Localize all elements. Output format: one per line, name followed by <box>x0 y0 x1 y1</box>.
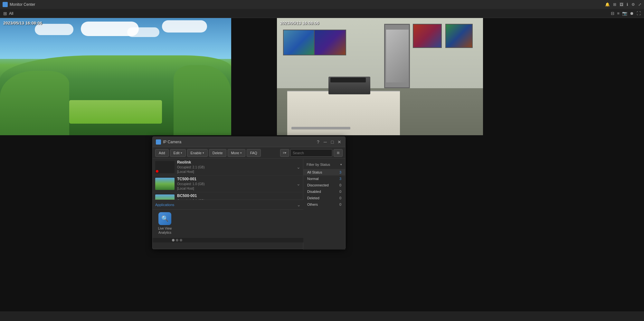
filter-label-others: Others <box>307 203 318 206</box>
scrollbar-area <box>153 237 303 242</box>
cam-info-reolink: Reolink Occupied: 2.1 (GB) [Local Host] <box>177 160 297 174</box>
dialog-title: IP Camera <box>163 140 316 144</box>
applications-label: Applications <box>155 203 297 207</box>
camera-view-1[interactable]: 2023/05/13 16:08:06 <box>0 18 231 135</box>
cam-name-reolink: Reolink <box>177 160 297 165</box>
page-indicator-3 <box>180 239 182 241</box>
page-indicator-2 <box>176 239 178 241</box>
picture-icon[interactable]: 🖼 <box>620 2 623 7</box>
all-label: All <box>9 11 13 16</box>
dialog-icon <box>156 139 161 145</box>
filter-row-others[interactable]: Others 0 <box>303 201 345 208</box>
maximize-button[interactable]: □ <box>330 139 335 145</box>
top-bar-right-icons: 🔔 ⊞ 🖼 ℹ ⚙ ⤢ <box>605 2 641 7</box>
second-bar: ⊞ All ⊟ ≡ 📷 ⏺ ⛶ <box>0 9 644 18</box>
filter-label-deleted: Deleted <box>307 196 319 200</box>
cam-name-bc500: BC500-001 <box>177 194 297 198</box>
app-icon <box>3 2 8 7</box>
camera-view-2[interactable]: 2023/05/13 16:08:06 <box>277 18 483 135</box>
filter-count-disabled: 0 <box>339 190 341 194</box>
help-button[interactable]: ? <box>316 139 321 145</box>
toolbar-search: ≡▾ ⊞ <box>280 149 343 157</box>
filter-label-disabled: Disabled <box>307 190 321 194</box>
filter-label-disconnected: Disconnected <box>307 183 329 187</box>
cam-expand-tc500[interactable]: ⌄ <box>297 181 300 186</box>
grid-view-button[interactable]: ⊞ <box>334 149 343 157</box>
filter-label-normal: Normal <box>307 177 318 181</box>
info-icon[interactable]: ℹ <box>627 2 628 7</box>
expand-icon[interactable]: ⤢ <box>638 2 641 7</box>
close-button[interactable]: ✕ <box>337 139 342 145</box>
cam1-timestamp: 2023/05/13 16:08:06 <box>3 21 42 25</box>
search-input[interactable] <box>290 149 332 157</box>
applications-header[interactable]: Applications ⌄ <box>153 200 303 210</box>
app-title: Monitor Center <box>10 2 35 7</box>
minimize-button[interactable]: ─ <box>323 139 328 145</box>
view-toggle-icon[interactable]: ⊟ <box>611 11 614 16</box>
cam-details-reolink: Occupied: 2.1 (GB) [Local Host] <box>177 165 297 174</box>
filter-row-normal[interactable]: Normal 3 <box>303 175 345 182</box>
filter-label-all: All Status <box>307 170 322 174</box>
camera-row-tc500[interactable]: TC500-001 Occupied: 1.0 (GB) [Local Host… <box>153 175 303 192</box>
applications-section: Applications ⌄ 🔍 Live ViewAnalytics <box>153 200 303 237</box>
record-indicator-reolink <box>156 170 158 173</box>
list-view-button[interactable]: ≡▾ <box>280 149 289 157</box>
filter-row-disconnected[interactable]: Disconnected 0 <box>303 182 345 188</box>
app-item-analytics[interactable]: 🔍 Live ViewAnalytics <box>155 212 175 235</box>
record-icon[interactable]: ⏺ <box>630 11 634 16</box>
cam2-timestamp: 2023/05/13 16:08:06 <box>280 21 319 25</box>
filter-panel: Filter by Status ▾ All Status 3 Normal 3… <box>303 159 345 250</box>
filter-count-disconnected: 0 <box>339 183 341 187</box>
window-controls: ? ─ □ ✕ <box>316 139 342 145</box>
applications-expand-icon: ⌄ <box>297 202 301 207</box>
cam-info-tc500: TC500-001 Occupied: 1.0 (GB) [Local Host… <box>177 177 297 191</box>
delete-button[interactable]: Delete <box>209 149 226 157</box>
fullscreen-icon[interactable]: ⛶ <box>637 11 641 16</box>
grid-icon: ⊞ <box>3 11 7 16</box>
cam-thumb-tc500 <box>155 178 175 190</box>
more-button[interactable]: More ▾ <box>228 149 245 157</box>
analytics-app-label: Live ViewAnalytics <box>158 226 172 235</box>
filter-count-others: 0 <box>339 203 341 206</box>
settings-icon[interactable]: ⚙ <box>631 2 635 7</box>
ip-camera-dialog: IP Camera ? ─ □ ✕ Add Edit ▾ Enable ▾ De… <box>152 137 346 249</box>
bottom-strip <box>0 311 644 321</box>
cam-name-tc500: TC500-001 <box>177 177 297 181</box>
filter-title[interactable]: Filter by Status ▾ <box>303 161 345 169</box>
analytics-app-icon: 🔍 <box>158 212 171 225</box>
dialog-titlebar: IP Camera ? ─ □ ✕ <box>153 137 345 147</box>
filter-count-all: 3 <box>339 170 341 174</box>
filter-row-all-status[interactable]: All Status 3 <box>303 169 345 175</box>
top-bar: Monitor Center 🔔 ⊞ 🖼 ℹ ⚙ ⤢ <box>0 0 644 9</box>
second-bar-right-controls: ⊟ ≡ 📷 ⏺ ⛶ <box>611 11 641 16</box>
filter-row-deleted[interactable]: Deleted 0 <box>303 195 345 201</box>
camera-list: Reolink Occupied: 2.1 (GB) [Local Host] … <box>153 159 303 250</box>
layout-icon[interactable]: ⊞ <box>613 2 616 7</box>
bell-icon[interactable]: 🔔 <box>605 2 610 7</box>
filter-count-deleted: 0 <box>339 196 341 200</box>
filter-dropdown-icon: ▾ <box>340 163 342 166</box>
faq-button[interactable]: FAQ <box>247 149 261 157</box>
filter-count-normal: 3 <box>339 177 341 181</box>
filter-row-disabled[interactable]: Disabled 0 <box>303 188 345 195</box>
camera-row-reolink[interactable]: Reolink Occupied: 2.1 (GB) [Local Host] … <box>153 159 303 175</box>
applications-content: 🔍 Live ViewAnalytics <box>153 210 303 237</box>
dialog-content: Reolink Occupied: 2.1 (GB) [Local Host] … <box>153 159 345 250</box>
enable-button[interactable]: Enable ▾ <box>187 149 208 157</box>
cam-details-tc500: Occupied: 1.0 (GB) [Local Host] <box>177 182 297 191</box>
cam-thumb-reolink <box>155 161 175 173</box>
page-indicator-1 <box>172 239 175 241</box>
add-button[interactable]: Add <box>155 149 169 157</box>
edit-button[interactable]: Edit ▾ <box>170 149 186 157</box>
screenshot-icon[interactable]: 📷 <box>622 11 627 16</box>
cam-expand-reolink[interactable]: ⌄ <box>297 165 300 170</box>
dialog-toolbar: Add Edit ▾ Enable ▾ Delete More ▾ FAQ ≡▾… <box>153 147 345 159</box>
analytics-icon: 🔍 <box>161 215 168 222</box>
view-list-icon[interactable]: ≡ <box>617 11 620 16</box>
